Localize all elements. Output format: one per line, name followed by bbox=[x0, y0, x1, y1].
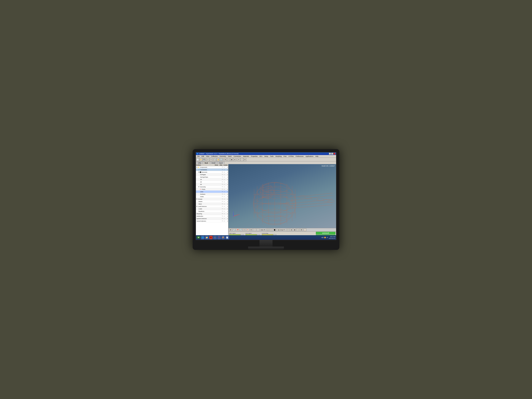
toolbar-btn-new[interactable]: 📄 bbox=[196, 158, 199, 161]
list-item[interactable]: Lines + — 1 bbox=[196, 190, 228, 193]
list-item[interactable]: Morphing + — 1 bbox=[196, 213, 228, 215]
connector-btn-7[interactable]: ↔ bbox=[253, 228, 256, 231]
expand-icon[interactable]: ▼ bbox=[196, 167, 197, 168]
hide-btn[interactable]: — bbox=[223, 178, 225, 180]
taskbar-chrome-icon[interactable]: ● bbox=[209, 236, 213, 239]
list-item[interactable]: Solids + — 1 bbox=[196, 196, 228, 198]
menu-tools[interactable]: Tools bbox=[269, 155, 274, 158]
connector-btn-14[interactable]: ◆ bbox=[293, 228, 296, 231]
menu-post[interactable]: Post bbox=[283, 155, 287, 158]
list-item[interactable]: ▼ Geometry + — 1 bbox=[196, 186, 228, 188]
list-item[interactable]: ✕ Points + — 1 bbox=[196, 188, 228, 190]
hide-btn[interactable]: — bbox=[223, 176, 225, 178]
hide-btn[interactable]: — bbox=[223, 191, 225, 193]
viewport[interactable]: Model Info: Untitled* bbox=[228, 164, 336, 228]
show-btn[interactable]: + bbox=[221, 183, 223, 185]
menu-materials[interactable]: Materials bbox=[242, 155, 250, 158]
show-btn[interactable]: + bbox=[221, 169, 223, 171]
list-item[interactable]: SystemCollectors + — 1 bbox=[196, 217, 228, 220]
show-btn[interactable]: + bbox=[221, 193, 223, 195]
menu-xyplots[interactable]: XYPlots bbox=[287, 155, 295, 158]
hide-btn[interactable]: — bbox=[223, 188, 225, 190]
toolbar-btn-arrow[interactable]: ↑ bbox=[241, 158, 243, 161]
show-btn[interactable]: + bbox=[221, 178, 223, 180]
menu-geometry[interactable]: Geometry bbox=[219, 155, 227, 158]
toolbar-btn-pan[interactable]: ✋ bbox=[217, 158, 220, 161]
connector-btn-8[interactable]: ↕ bbox=[257, 228, 260, 231]
menu-setup[interactable]: Setup bbox=[263, 155, 269, 158]
toolbar-btn-view2[interactable]: ▣ bbox=[230, 158, 233, 161]
connector-btn-5[interactable]: ⬡ bbox=[243, 228, 246, 231]
list-item[interactable]: ▼ LoadCollectors + — 1 bbox=[196, 205, 228, 208]
close-button[interactable]: ✕ bbox=[334, 153, 336, 155]
list-item[interactable]: ▼ ⬛ Elements + — 1 bbox=[196, 171, 228, 173]
hide-btn[interactable]: — bbox=[223, 215, 225, 217]
list-item[interactable]: Multibodies + — 1 bbox=[196, 215, 228, 217]
toolbar-btn-fit[interactable]: ⊞ bbox=[224, 158, 227, 161]
tab-import[interactable]: Import bbox=[217, 162, 224, 164]
hide-btn[interactable]: — bbox=[223, 166, 225, 168]
show-btn[interactable]: + bbox=[221, 220, 223, 222]
menu-help[interactable]: Help bbox=[314, 155, 319, 158]
by-comp-dropdown[interactable]: By Comp ▼ bbox=[277, 229, 286, 231]
taskbar-explorer-icon[interactable]: 📁 bbox=[205, 236, 209, 239]
connector-btn-1[interactable]: ⊞ bbox=[229, 228, 232, 231]
connector-btn-6[interactable]: ⊕ bbox=[250, 228, 253, 231]
tab-mask[interactable]: Mask bbox=[203, 162, 210, 164]
show-btn[interactable]: + bbox=[221, 208, 223, 210]
connector-btn-4[interactable]: 🔗 bbox=[240, 228, 242, 231]
auto-dropdown[interactable]: Auto ▼ bbox=[260, 229, 266, 231]
menu-mesh[interactable]: Mesh bbox=[227, 155, 233, 158]
connector-btn-2[interactable]: 🔧 bbox=[233, 228, 235, 231]
connector-btn-17[interactable]: 📋 bbox=[304, 228, 306, 231]
hide-btn[interactable]: — bbox=[223, 186, 225, 188]
taskbar-icon-7[interactable]: 📑 bbox=[225, 236, 229, 239]
toolbar-btn-view1[interactable]: □ bbox=[227, 158, 230, 161]
connector-btn-delete[interactable]: ✕ bbox=[246, 228, 249, 231]
show-btn[interactable]: + bbox=[221, 198, 223, 200]
show-btn[interactable]: + bbox=[221, 218, 223, 220]
menu-preferences[interactable]: Preferences bbox=[295, 155, 305, 158]
list-item[interactable]: 3D + — 1 bbox=[196, 183, 228, 186]
list-item[interactable]: 0D/Rigids + — 1 bbox=[196, 173, 228, 176]
start-button[interactable]: ⊞ bbox=[196, 236, 201, 239]
hide-btn[interactable]: — bbox=[223, 213, 225, 215]
toolbar-btn-save[interactable]: 💾 bbox=[203, 158, 205, 161]
hide-btn[interactable]: — bbox=[223, 218, 225, 220]
toolbar-btn-move[interactable]: ⊕ bbox=[243, 158, 247, 161]
connector-btn-11[interactable]: ⬤ bbox=[273, 228, 276, 231]
minimize-button[interactable]: _ bbox=[329, 153, 331, 155]
tab-model[interactable]: Model bbox=[210, 162, 217, 164]
list-item[interactable]: Springs/Gaps + — 1 bbox=[196, 176, 228, 178]
maximize-button[interactable]: □ bbox=[331, 153, 333, 155]
taskbar-icon-5[interactable]: ❓ bbox=[217, 236, 221, 239]
show-btn[interactable]: + bbox=[221, 215, 223, 217]
hide-btn[interactable]: — bbox=[223, 198, 225, 200]
toolbar-btn-select[interactable]: ➤ bbox=[237, 158, 240, 161]
hide-btn[interactable]: — bbox=[223, 210, 225, 212]
connector-btn-12[interactable]: ⬡ bbox=[286, 228, 289, 231]
show-btn[interactable]: + bbox=[221, 176, 223, 178]
menu-applications[interactable]: Applications bbox=[304, 155, 314, 158]
show-btn[interactable]: + bbox=[221, 166, 223, 168]
list-item[interactable]: Equations + — 1 bbox=[196, 210, 228, 213]
expand-icon[interactable]: ▼ bbox=[196, 206, 197, 207]
show-btn[interactable]: + bbox=[221, 203, 223, 205]
toolbar-btn-rotate[interactable]: 🔄 bbox=[220, 158, 223, 161]
hide-btn[interactable]: — bbox=[223, 201, 225, 203]
menu-view[interactable]: View bbox=[205, 155, 210, 158]
menu-connectors[interactable]: Connectors bbox=[233, 155, 242, 158]
hide-btn[interactable]: — bbox=[223, 208, 225, 210]
hide-btn[interactable]: — bbox=[223, 196, 225, 197]
expand-icon[interactable]: ▼ bbox=[198, 171, 200, 173]
list-item[interactable]: Master + — 1 bbox=[196, 200, 228, 203]
expand-icon[interactable]: ▼ bbox=[196, 198, 197, 200]
connector-btn-10[interactable]: ▷ bbox=[270, 228, 273, 231]
hide-btn[interactable]: — bbox=[223, 203, 225, 205]
show-btn[interactable]: + bbox=[221, 188, 223, 190]
hide-btn[interactable]: — bbox=[223, 183, 225, 185]
automesh-button[interactable]: automesh bbox=[316, 232, 336, 234]
menu-bcs[interactable]: BCs bbox=[259, 155, 263, 158]
menu-collectors[interactable]: Collectors bbox=[210, 155, 219, 158]
show-btn[interactable]: + bbox=[221, 191, 223, 193]
